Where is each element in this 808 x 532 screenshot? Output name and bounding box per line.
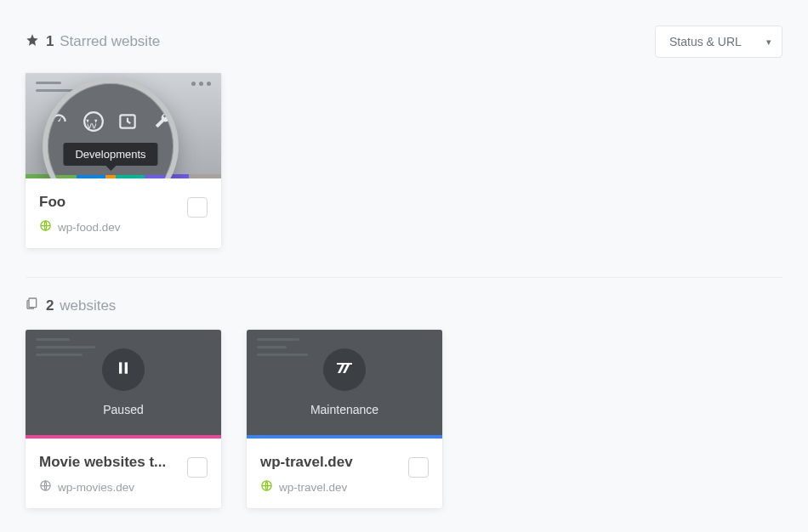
pages-icon (26, 297, 39, 314)
globe-icon (39, 219, 52, 235)
globe-icon (260, 479, 273, 495)
site-title: Foo (39, 194, 175, 211)
pause-icon (115, 359, 132, 380)
section-divider (26, 277, 782, 278)
wrench-icon (151, 109, 174, 134)
filter-label: Status & URL (669, 35, 742, 48)
status-text: Paused (103, 403, 143, 416)
status-circle (323, 348, 366, 391)
site-url: wp-movies.dev (58, 481, 134, 494)
site-url: wp-travel.dev (279, 481, 347, 494)
websites-section-title: 2 websites (26, 297, 782, 314)
star-icon (26, 33, 39, 51)
category-tooltip: Developments (63, 143, 157, 166)
site-title: wp-travel.dev (260, 454, 396, 471)
site-url-row[interactable]: wp-food.dev (39, 219, 208, 235)
site-url: wp-food.dev (58, 221, 121, 234)
websites-count: 2 (46, 297, 54, 314)
status-circle (102, 348, 145, 391)
site-thumbnail: Paused (26, 330, 221, 435)
select-checkbox[interactable] (187, 197, 208, 218)
select-checkbox[interactable] (408, 457, 429, 478)
starred-section-title: 1 Starred website (26, 33, 160, 51)
site-url-row[interactable]: wp-travel.dev (260, 479, 429, 495)
svg-rect-4 (119, 362, 122, 373)
site-thumbnail: Maintenance (247, 330, 442, 435)
card-body: Movie websites t... wp-movies.dev (26, 439, 221, 508)
svg-rect-3 (29, 298, 37, 308)
websites-grid: Paused Movie websites t... wp-movies.dev (26, 330, 782, 508)
barrier-icon (334, 358, 355, 382)
site-card[interactable]: Paused Movie websites t... wp-movies.dev (26, 330, 221, 508)
dashboard-icon (48, 109, 71, 134)
filter-dropdown[interactable]: Status & URL (655, 25, 782, 58)
select-checkbox[interactable] (187, 457, 208, 478)
svg-rect-5 (125, 362, 128, 373)
card-body: wp-travel.dev wp-travel.dev (247, 439, 442, 508)
card-body: Foo wp-food.dev (26, 178, 221, 248)
globe-icon (39, 479, 52, 495)
status-text: Maintenance (310, 403, 378, 416)
wordpress-icon (83, 109, 105, 134)
svg-rect-1 (121, 115, 135, 127)
thumbnail-lines (36, 82, 87, 97)
starred-header: 1 Starred website Status & URL (26, 25, 782, 58)
more-options-icon[interactable] (191, 82, 211, 86)
starred-count: 1 (46, 33, 54, 49)
backup-icon (117, 109, 139, 134)
site-card[interactable]: Maintenance wp-travel.dev wp-travel.dev (247, 330, 442, 508)
site-url-row[interactable]: wp-movies.dev (39, 479, 208, 495)
site-thumbnail: Developments Foo (26, 73, 221, 178)
site-card-starred[interactable]: Developments Foo Foo wp-food.dev (26, 73, 221, 248)
svg-point-0 (84, 112, 103, 131)
starred-grid: Developments Foo Foo wp-food.dev (26, 73, 782, 248)
websites-label: websites (60, 297, 116, 314)
starred-label: Starred website (60, 33, 160, 49)
site-title: Movie websites t... (39, 454, 175, 471)
